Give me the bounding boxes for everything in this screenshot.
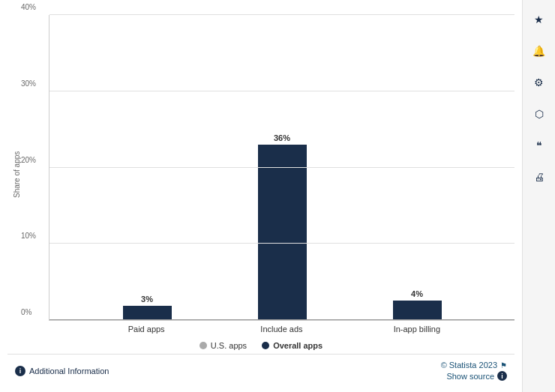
footer-right: © Statista 2023 ⚑ Show source i (441, 361, 507, 381)
x-axis-label: In-app billing (392, 325, 441, 334)
x-axis-label: Include ads (257, 325, 306, 334)
x-axis-label: Paid apps (122, 325, 171, 334)
chart-plot: 3%36%4% 40%30%20%10%0% (49, 15, 514, 321)
additional-info-link[interactable]: i Additional Information (15, 366, 109, 376)
quote-icon[interactable]: ❝ (527, 133, 551, 157)
legend-item-overall-apps: Overall apps (262, 341, 322, 350)
y-tick-label: 40% (21, 3, 36, 11)
x-axis: Paid appsInclude adsIn-app billing (49, 321, 514, 334)
y-tick-label: 0% (21, 308, 32, 316)
bar-include-ads (258, 145, 307, 320)
legend-label-us-apps: U.S. apps (211, 341, 247, 350)
bar-value-label: 36% (274, 133, 290, 142)
bar-paid-apps (123, 306, 172, 321)
star-icon[interactable]: ★ (527, 7, 551, 31)
main-container: Share of apps 3%36%4% 40%30%20%10%0% Pai… (0, 0, 555, 392)
y-tick-label: 20% (21, 155, 36, 163)
grid-line (50, 91, 514, 91)
sidebar: ★🔔⚙⬡❝🖨 (522, 0, 555, 392)
bar-group: 4% (393, 289, 442, 320)
flag-icon: ⚑ (500, 361, 507, 370)
settings-icon[interactable]: ⚙ (527, 70, 551, 94)
bar-value-label: 3% (141, 295, 153, 304)
grid-line (50, 319, 514, 320)
grid-line (50, 167, 514, 168)
bell-icon[interactable]: 🔔 (527, 39, 551, 63)
y-tick-label: 10% (21, 232, 36, 240)
grid-line (50, 243, 514, 244)
info-icon: i (15, 366, 26, 376)
bars-container: 3%36%4% (50, 15, 514, 320)
legend-dot-us-apps (200, 342, 207, 349)
bar-in-app-billing (393, 301, 442, 320)
chart-legend: U.S. appsOverall apps (8, 334, 514, 354)
chart-content: 3%36%4% 40%30%20%10%0% Paid appsInclude … (22, 15, 514, 334)
additional-info-label: Additional Information (29, 367, 109, 376)
share-icon[interactable]: ⬡ (527, 102, 551, 126)
show-source-link[interactable]: Show source i (446, 371, 507, 381)
bar-group: 3% (123, 295, 172, 321)
statista-credit: © Statista 2023 ⚑ (441, 361, 507, 370)
bar-group: 36% (258, 133, 307, 320)
chart-wrapper: Share of apps 3%36%4% 40%30%20%10%0% Pai… (8, 15, 514, 334)
bar-value-label: 4% (411, 289, 423, 298)
show-source-info-icon: i (497, 371, 507, 381)
print-icon[interactable]: 🖨 (527, 165, 551, 189)
grid-line (50, 14, 514, 15)
legend-dot-overall-apps (262, 342, 269, 349)
y-tick-label: 30% (21, 79, 36, 87)
legend-label-overall-apps: Overall apps (273, 341, 322, 350)
chart-area: Share of apps 3%36%4% 40%30%20%10%0% Pai… (0, 0, 522, 392)
y-axis-label: Share of apps (8, 15, 22, 334)
legend-item-us-apps: U.S. apps (200, 341, 247, 350)
footer: i Additional Information © Statista 2023… (8, 354, 514, 385)
